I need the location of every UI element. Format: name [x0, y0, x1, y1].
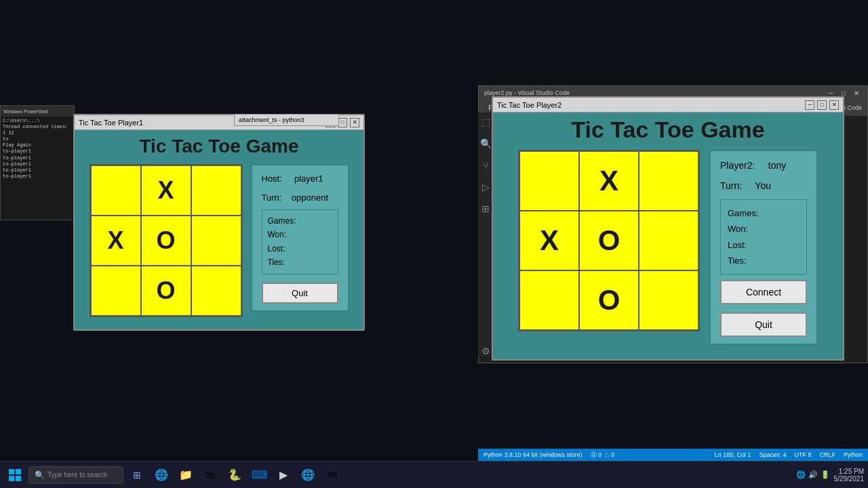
- game2-title-text: Tic Tac Toe Player2: [497, 101, 561, 109]
- turn2-value: You: [755, 180, 771, 191]
- game1-host-row: Host: player1: [262, 172, 338, 186]
- game1-heading: Tic Tac Toe Game: [140, 136, 299, 157]
- explorer-taskbar-icon: 📁: [179, 468, 193, 481]
- vscode-taskbar-icon: ⌨: [252, 468, 267, 481]
- turn-label: Turn:: [262, 192, 282, 203]
- game1-quit-button[interactable]: Quit: [262, 283, 338, 304]
- settings-icon[interactable]: ⚙: [481, 346, 490, 357]
- vscode-maximize-btn[interactable]: □: [839, 89, 848, 97]
- game1-stats: Games: Won: Lost: Ties:: [262, 209, 338, 274]
- cell-0-1[interactable]: X: [142, 166, 191, 215]
- svg-rect-0: [9, 469, 14, 474]
- taskbar-chrome[interactable]: 🌐: [297, 464, 319, 486]
- explorer-icon[interactable]: ⬚: [481, 117, 490, 127]
- encoding-status: UTF 8: [794, 451, 811, 458]
- close-btn-1[interactable]: ✕: [350, 118, 359, 127]
- game1-title-text: Tic Tac Toe Player1: [79, 119, 143, 127]
- lost-stat2: Lost:: [728, 237, 800, 253]
- cell-2-2[interactable]: [192, 266, 241, 315]
- taskbar-task-view[interactable]: ⊞: [126, 464, 148, 486]
- clock-date: 5/29/2021: [834, 475, 865, 483]
- ties-stat2: Ties:: [728, 253, 800, 268]
- cell2-1-2[interactable]: [639, 211, 698, 270]
- python-icon: 🐍: [228, 468, 241, 481]
- script-title: attachment_ts - python3: [239, 117, 304, 123]
- cell2-1-0[interactable]: X: [520, 211, 578, 270]
- vscode-minimize-btn[interactable]: ─: [826, 89, 836, 97]
- vscode-activity-bar: ⬚ 🔍 ⑂ ▷ ⊞ ⚙: [478, 113, 493, 357]
- language-status: Python: [844, 451, 863, 458]
- games-stat: Games:: [268, 214, 332, 228]
- taskbar-vscode[interactable]: ⌨: [248, 464, 270, 486]
- debug-icon[interactable]: ▷: [482, 182, 490, 192]
- search-icon[interactable]: 🔍: [480, 138, 492, 149]
- cell2-2-0[interactable]: [520, 271, 578, 329]
- turn2-label: Turn:: [720, 180, 742, 191]
- svg-rect-1: [16, 469, 21, 474]
- cell2-2-2[interactable]: [639, 271, 698, 329]
- lost-stat: Lost:: [268, 242, 332, 256]
- minimize-btn-2[interactable]: ─: [805, 100, 814, 110]
- taskbar-store[interactable]: 🛍: [199, 464, 221, 486]
- powershell-titlebar: Windows PowerShell: [1, 106, 74, 117]
- ln-col-status: Ln 180, Col 1: [715, 451, 751, 458]
- cell2-2-1[interactable]: O: [580, 271, 638, 329]
- game2-turn-row: Turn: You: [720, 178, 807, 193]
- maximize-btn-2[interactable]: □: [817, 100, 827, 110]
- host-value: player1: [294, 174, 323, 184]
- cell-2-0[interactable]: [92, 266, 140, 315]
- cell-1-1[interactable]: O: [142, 216, 191, 265]
- won-stat: Won:: [268, 228, 332, 241]
- player2-value: tony: [768, 160, 786, 171]
- cell2-1-1[interactable]: O: [580, 211, 638, 270]
- taskbar-python[interactable]: 🐍: [224, 464, 245, 486]
- git-icon[interactable]: ⑂: [483, 160, 488, 171]
- close-btn-2[interactable]: ✕: [829, 100, 839, 110]
- ties-stat: Ties:: [268, 256, 332, 269]
- game2-info-panel: Player2: tony Turn: You Games: Won: Lost…: [709, 150, 818, 345]
- game1-main: X X O O Host: player1: [90, 164, 349, 317]
- taskbar-terminal[interactable]: ▶: [273, 464, 294, 486]
- chrome-icon: 🌐: [301, 468, 315, 481]
- cell-0-2[interactable]: [192, 166, 241, 215]
- store-icon: 🛍: [205, 469, 216, 481]
- cell2-0-2[interactable]: [639, 152, 698, 210]
- cell-1-0[interactable]: X: [92, 216, 140, 265]
- taskbar-search[interactable]: 🔍 Type here to search: [28, 466, 123, 484]
- cell-2-1[interactable]: O: [142, 266, 191, 315]
- player2-label: Player2:: [720, 160, 755, 171]
- vscode-win-controls: ─ □ ✕: [826, 89, 862, 97]
- game-window-2: Tic Tac Toe Player2 ─ □ ✕ Tic Tac Toe Ga…: [492, 96, 844, 361]
- start-button[interactable]: [4, 464, 26, 486]
- taskbar-tray: 🌐 🔊 🔋 1:25 PM 5/29/2021: [796, 468, 865, 483]
- task-view-icon: ⊞: [133, 470, 141, 481]
- taskbar-clock: 1:25 PM 5/29/2021: [834, 468, 865, 483]
- search-placeholder-text: Type here to search: [47, 471, 107, 479]
- game1-board: X X O O: [90, 164, 243, 317]
- taskbar-explorer[interactable]: 📁: [175, 464, 197, 486]
- edge-icon: 🌐: [155, 468, 168, 481]
- games-stat2: Games:: [728, 205, 800, 221]
- cell2-0-1[interactable]: X: [580, 152, 638, 210]
- game2-main: X X O O Player2: tony: [518, 150, 818, 345]
- svg-rect-2: [9, 476, 14, 481]
- cell-1-2[interactable]: [192, 216, 241, 265]
- game1-content: Tic Tac Toe Game X X O O Host:: [75, 130, 363, 323]
- game2-titlebar: Tic Tac Toe Player2 ─ □ ✕: [493, 98, 843, 113]
- taskbar-mail[interactable]: ✉: [321, 464, 343, 486]
- extensions-icon[interactable]: ⊞: [481, 203, 490, 214]
- terminal-icon: ▶: [279, 468, 288, 481]
- game1-turn-row: Turn: opponent: [262, 191, 338, 205]
- taskbar-edge[interactable]: 🌐: [151, 464, 172, 486]
- cell-0-0[interactable]: [92, 166, 140, 215]
- game2-connect-button[interactable]: Connect: [720, 280, 807, 304]
- game2-win-controls: ─ □ ✕: [805, 100, 839, 110]
- maximize-btn-1[interactable]: □: [338, 118, 347, 127]
- cell2-0-0[interactable]: [520, 152, 578, 210]
- vscode-close-btn[interactable]: ✕: [851, 89, 862, 97]
- battery-icon: 🔋: [821, 470, 830, 479]
- game1-info-panel: Host: player1 Turn: opponent Games: Won:…: [251, 164, 349, 312]
- tray-icons: 🌐 🔊 🔋: [796, 470, 830, 479]
- turn-value: opponent: [292, 192, 328, 203]
- game2-quit-button[interactable]: Quit: [720, 312, 807, 337]
